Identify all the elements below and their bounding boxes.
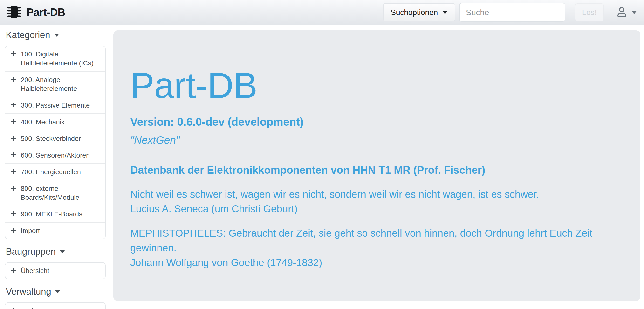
- kategorien-list: 100. Digitale Halbleiterelemente (ICs) 2…: [5, 46, 106, 239]
- plus-icon: [10, 227, 17, 234]
- quote-text: MEPHISTOPHELES: Gebraucht der Zeit, sie …: [130, 226, 624, 256]
- quote-author: Lucius A. Seneca (um Christi Geburt): [130, 202, 624, 216]
- quote-text: Nicht weil es schwer ist, wagen wir es n…: [130, 187, 624, 202]
- divider: [130, 154, 624, 154]
- sidebar-item-label: 600. Sensoren/Aktoren: [21, 151, 90, 160]
- sidebar-item-100-digitale[interactable]: 100. Digitale Halbleiterelemente (ICs): [5, 46, 105, 71]
- plus-icon: [10, 185, 17, 192]
- quote-seneca: Nicht weil es schwer ist, wagen wir es n…: [130, 187, 624, 216]
- go-button[interactable]: Los!: [575, 4, 604, 21]
- search-options-button[interactable]: Suchoptionen: [383, 3, 456, 22]
- quote-author: Johann Wolfgang von Goethe (1749-1832): [130, 256, 624, 270]
- sidebar-section-verwaltung[interactable]: Verwaltung: [6, 286, 113, 297]
- plus-icon: [10, 76, 17, 84]
- person-icon: [616, 6, 628, 18]
- caret-down-icon: [55, 290, 60, 293]
- sidebar-section-baugruppen[interactable]: Baugruppen: [6, 246, 113, 257]
- sidebar-item-400-mechanik[interactable]: 400. Mechanik: [5, 113, 105, 130]
- plus-icon: [10, 152, 17, 159]
- navbar-right-group: Suchoptionen Los!: [383, 3, 637, 22]
- plus-icon: [10, 307, 17, 309]
- plus-icon: [10, 118, 17, 126]
- section-title: Kategorien: [6, 30, 50, 40]
- sidebar-item-200-analoge[interactable]: 200. Analoge Halbleiterelemente: [5, 71, 105, 97]
- plus-icon: [10, 267, 17, 274]
- verwaltung-list: Tools Bearbeiten: [5, 302, 106, 309]
- page-title: Part-DB: [130, 66, 624, 105]
- sidebar-item-label: Übersicht: [21, 266, 49, 275]
- caret-down-icon: [60, 250, 65, 253]
- search-options-label: Suchoptionen: [391, 8, 438, 17]
- user-menu-button[interactable]: [616, 6, 637, 18]
- plus-icon: [10, 135, 17, 142]
- sidebar-item-500-steckverbinder[interactable]: 500. Steckverbinder: [5, 130, 105, 147]
- welcome-card: Part-DB Version: 0.6.0-dev (development)…: [113, 30, 640, 301]
- plus-icon: [10, 210, 17, 218]
- database-description: Datenbank der Elektronikkomponenten von …: [130, 164, 624, 176]
- top-navbar: Part-DB Suchoptionen Los!: [0, 0, 644, 24]
- sidebar-item-label: 200. Analoge Halbleiterelemente: [21, 75, 101, 93]
- section-title: Baugruppen: [6, 246, 56, 257]
- sidebar-item-label: Tools: [21, 306, 36, 309]
- sidebar-item-300-passive[interactable]: 300. Passive Elemente: [5, 97, 105, 113]
- sidebar-item-uebersicht[interactable]: Übersicht: [5, 263, 105, 279]
- search-input[interactable]: [459, 3, 565, 22]
- section-title: Verwaltung: [6, 286, 51, 297]
- sidebar-item-label: 100. Digitale Halbleiterelemente (ICs): [21, 50, 101, 68]
- caret-down-icon: [54, 34, 59, 37]
- sidebar-item-700-energiequellen[interactable]: 700. Energiequellen: [5, 163, 105, 180]
- sidebar-item-800-externe[interactable]: 800. externe Boards/Kits/Module: [5, 180, 105, 206]
- quote-goethe: MEPHISTOPHELES: Gebraucht der Zeit, sie …: [130, 226, 624, 270]
- baugruppen-list: Übersicht: [5, 262, 106, 279]
- plus-icon: [10, 51, 17, 58]
- caret-down-icon: [442, 11, 448, 14]
- sidebar-item-label: 300. Passive Elemente: [21, 101, 90, 110]
- brand-link[interactable]: Part-DB: [6, 4, 65, 20]
- codename: "NextGen": [130, 134, 624, 146]
- brand-title: Part-DB: [26, 6, 65, 18]
- sidebar-item-label: 400. Mechanik: [21, 118, 65, 126]
- sidebar-item-600-sensoren[interactable]: 600. Sensoren/Aktoren: [5, 147, 105, 163]
- sidebar-section-kategorien[interactable]: Kategorien: [6, 30, 113, 40]
- sidebar-item-900-mexle[interactable]: 900. MEXLE-Boards: [5, 206, 105, 222]
- microchip-icon: [6, 4, 22, 20]
- sidebar-item-label: 500. Steckverbinder: [21, 134, 81, 143]
- sidebar-item-label: 900. MEXLE-Boards: [21, 210, 82, 218]
- sidebar-item-label: 700. Energiequellen: [21, 168, 81, 176]
- plus-icon: [10, 168, 17, 176]
- sidebar-item-label: 800. externe Boards/Kits/Module: [21, 184, 101, 202]
- sidebar-item-label: Import: [21, 226, 40, 235]
- sidebar-item-import[interactable]: Import: [5, 222, 105, 239]
- version-line: Version: 0.6.0-dev (development): [130, 115, 624, 128]
- sidebar: Kategorien 100. Digitale Halbleitereleme…: [0, 24, 113, 309]
- sidebar-item-tools[interactable]: Tools: [5, 303, 105, 309]
- caret-down-icon: [632, 11, 637, 14]
- plus-icon: [10, 102, 17, 109]
